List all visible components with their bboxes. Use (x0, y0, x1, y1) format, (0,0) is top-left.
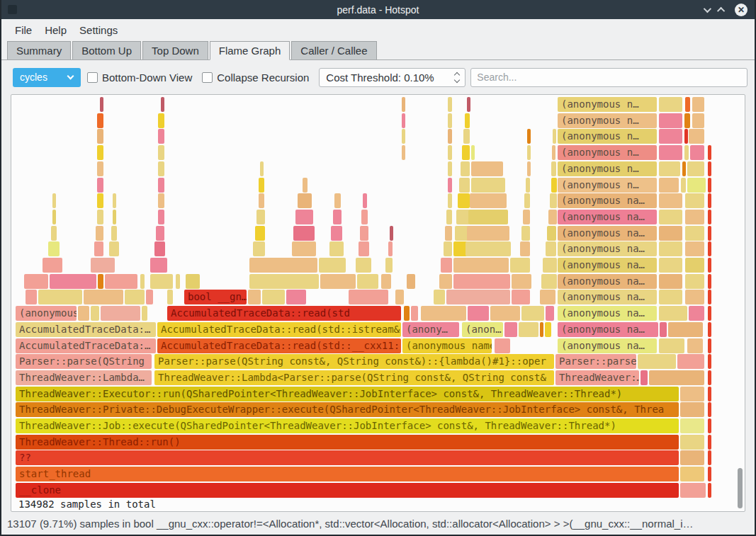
flame-bar[interactable] (520, 241, 530, 256)
flame-bar[interactable] (668, 322, 703, 337)
flame-bar[interactable] (677, 354, 704, 369)
flame-bar[interactable] (256, 210, 265, 224)
flame-bar[interactable] (458, 193, 470, 208)
flame-bar[interactable]: (anonymous n… (558, 129, 657, 144)
flame-bar[interactable] (687, 161, 704, 176)
flame-bar[interactable] (453, 274, 510, 289)
flame-bar[interactable] (97, 178, 103, 193)
flame-bar[interactable] (52, 193, 56, 208)
flame-bar[interactable] (659, 178, 679, 193)
flame-bar[interactable] (333, 210, 342, 224)
flame-bar[interactable] (390, 226, 393, 241)
flame-bar[interactable] (453, 258, 509, 273)
flame-bar[interactable]: (anonymous namespace)… (402, 338, 492, 353)
flame-bar[interactable] (109, 241, 119, 256)
flame-bar[interactable]: (anonymous na… (558, 226, 657, 241)
flame-bar[interactable] (97, 145, 103, 160)
flame-bar[interactable] (146, 290, 153, 304)
flame-bar[interactable]: __clone (16, 483, 679, 498)
flame-bar[interactable] (680, 418, 704, 433)
flame-bar[interactable] (100, 97, 103, 112)
flame-bar[interactable] (259, 178, 264, 193)
flame-bar[interactable]: ThreadWeaver::Private::DebugExecuteWrapp… (16, 402, 679, 417)
flame-bar[interactable] (97, 193, 103, 208)
flame-bar[interactable] (681, 178, 686, 193)
flame-bar[interactable] (156, 226, 164, 241)
flame-bar[interactable] (468, 306, 489, 321)
flame-bar[interactable] (708, 193, 711, 208)
flame-bar[interactable] (708, 370, 711, 385)
flame-bar[interactable] (50, 274, 96, 289)
flame-bar[interactable] (540, 322, 543, 337)
flame-bar[interactable] (551, 161, 556, 176)
flame-bar[interactable] (293, 226, 315, 241)
flame-bar[interactable] (659, 338, 684, 353)
flame-bar[interactable] (685, 241, 704, 256)
minimize-icon[interactable] (704, 4, 711, 12)
flame-bar[interactable] (685, 97, 690, 112)
flame-bar[interactable] (659, 145, 682, 160)
flame-bar[interactable] (641, 370, 648, 385)
flame-bar[interactable] (411, 306, 418, 321)
flame-bar[interactable] (465, 113, 470, 128)
flame-bar[interactable] (471, 145, 475, 160)
maximize-icon[interactable] (717, 6, 725, 14)
flame-bar[interactable] (638, 354, 676, 369)
flame-bar[interactable] (356, 258, 371, 273)
flame-bar[interactable] (527, 129, 531, 144)
flame-bar[interactable] (125, 290, 145, 304)
flame-bar[interactable] (692, 97, 704, 112)
flame-bar[interactable]: (anonymous na… (558, 338, 657, 353)
flame-bar[interactable] (708, 402, 711, 417)
flame-bar[interactable] (101, 306, 140, 321)
flame-bar[interactable] (97, 161, 103, 176)
tab-top-down[interactable]: Top Down (142, 41, 208, 59)
flame-bar[interactable]: AccumulatedTraceData:… (16, 338, 156, 353)
flame-bar[interactable] (448, 193, 452, 208)
flame-bar[interactable] (395, 290, 404, 304)
flame-bar[interactable]: AccumulatedTraceData::read(std::istream& (157, 322, 401, 337)
flame-bar[interactable] (685, 290, 704, 304)
flame-bar[interactable] (659, 258, 682, 273)
flame-bar[interactable] (359, 241, 369, 256)
flame-bar[interactable] (680, 483, 706, 498)
flame-bar[interactable] (682, 161, 686, 176)
flame-bar[interactable] (448, 113, 452, 128)
flame-bar[interactable] (551, 178, 557, 193)
flame-bar[interactable]: ThreadWeaver::Lambda… (16, 370, 152, 385)
flame-bar[interactable] (471, 178, 505, 193)
flame-bar[interactable] (521, 306, 544, 321)
flame-bar[interactable] (158, 129, 164, 144)
flame-bar[interactable] (512, 274, 531, 289)
flame-bar[interactable]: (anonymous na… (558, 210, 657, 224)
flame-bar[interactable] (553, 129, 556, 144)
flame-bar[interactable] (708, 418, 711, 433)
flame-bar[interactable] (708, 178, 711, 193)
flame-bar[interactable] (150, 258, 167, 273)
flame-bar[interactable] (659, 274, 682, 289)
flame-bar[interactable]: (anonymous na… (558, 193, 657, 208)
flame-bar[interactable] (303, 178, 308, 193)
flame-bar[interactable] (659, 161, 680, 176)
flame-bar[interactable] (462, 145, 470, 160)
flame-bar[interactable] (680, 402, 704, 417)
search-input[interactable] (470, 68, 747, 87)
flame-bar[interactable]: ThreadWeaver:… (555, 370, 639, 385)
tab-summary[interactable]: Summary (7, 41, 71, 59)
flame-bar[interactable]: AccumulatedTraceData:… (16, 322, 156, 337)
flame-bar[interactable] (692, 113, 704, 128)
flame-bar[interactable] (708, 226, 711, 241)
flame-bar[interactable] (490, 306, 520, 321)
flame-bar[interactable] (659, 113, 682, 128)
flame-bar[interactable]: bool __gn… (184, 290, 247, 304)
flame-bar[interactable] (248, 290, 261, 304)
flame-bar[interactable] (97, 210, 103, 224)
flame-bar[interactable] (167, 290, 173, 304)
flame-bar[interactable] (292, 241, 316, 256)
flame-bar[interactable]: (anonymous n… (558, 178, 657, 193)
flame-bar[interactable]: (anony… (402, 322, 459, 337)
flame-bar[interactable] (687, 178, 706, 193)
flame-bar[interactable] (176, 274, 180, 289)
flame-bar[interactable] (319, 258, 346, 273)
flame-bar[interactable]: Parser::parse(Q (555, 354, 636, 369)
